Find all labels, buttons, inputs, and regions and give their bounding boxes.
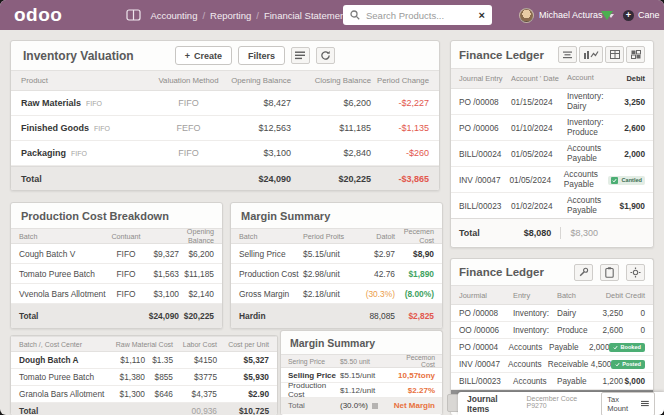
margin-summary-bottom-header: Sering Price $5.50 unit Pecemon Cost	[281, 354, 442, 368]
margin-summary-bottom-title: Margin Summary	[290, 337, 375, 349]
user-name: Michael Acturas	[539, 10, 603, 20]
tax-amount-button[interactable]: Tax Mount	[601, 392, 655, 415]
table-row[interactable]: PO /00004 Accounts Payable 2,000 Booked	[451, 339, 653, 356]
hamburger-icon	[641, 400, 649, 407]
table-row[interactable]: PO /00006 01/10/2024 Inventory:Produce 2…	[451, 115, 653, 141]
table-row[interactable]: OO /00006 Inventory: Produce 2,600 0	[451, 322, 653, 339]
app-window: odoo Accounting / Reporting / Financial …	[0, 0, 664, 415]
production-cost-header: Batch Contuant Opening Balance	[11, 228, 222, 244]
journal-items-bar: Journal Items December Coce P9270 Tax Mo…	[458, 392, 664, 415]
journal-items-label[interactable]: Journal Items	[467, 394, 515, 414]
company-name: Cane	[638, 10, 660, 20]
topbar: odoo Accounting / Reporting / Financial …	[0, 0, 664, 30]
check-icon	[611, 177, 618, 184]
search-placeholder: Search Products...	[366, 10, 444, 21]
grid-view-button[interactable]	[626, 46, 645, 63]
gear-icon	[630, 267, 641, 278]
table-row[interactable]: Production Cost $1.12/unit $2.27%	[281, 383, 442, 398]
table-row[interactable]: PO /00008 Inventory: Dairy 3,250 0	[451, 305, 653, 322]
ledger-table-header: Journal Entry Account ' Date Account Deb…	[451, 68, 653, 89]
tool-icon	[578, 267, 589, 278]
avatar	[519, 8, 534, 23]
journal-items-subtitle: December Coce P9270	[526, 395, 590, 409]
batch-cost-header: Batch /, Cost Center Raw Material Cost L…	[11, 336, 277, 352]
breadcrumb-separator: /	[256, 10, 259, 21]
list-icon	[295, 51, 306, 60]
table-icon	[610, 50, 620, 59]
apps-icon[interactable]	[126, 9, 141, 21]
chart-icon	[583, 50, 599, 59]
filters-button[interactable]: Filters	[238, 46, 285, 65]
margin-summary-header: Batch Period Proits Datolt Pecemen Cost	[231, 228, 442, 244]
table-row[interactable]: BILL/00023 Accounts Payable 1,200 $,000	[451, 373, 653, 390]
inventory-valuation-title: Inventory Valuation	[23, 49, 134, 63]
batch-cost-panel: Batch /, Cost Center Raw Material Cost L…	[10, 335, 278, 415]
margin-summary-title: Margin Summary	[241, 210, 330, 222]
ledger-total-row: Total $8,080 $8,300	[451, 219, 653, 246]
table-view-button[interactable]	[605, 46, 624, 63]
create-button[interactable]: + Create	[175, 46, 232, 65]
search-icon	[350, 6, 360, 24]
breadcrumb-reporting[interactable]: Reporting	[210, 10, 251, 21]
inventory-total-row: Total $24,090 $20,225 -$3,865	[11, 166, 439, 191]
table-row[interactable]: Cough Batch V FIFO $9,327 $6,200	[11, 244, 222, 264]
table-row[interactable]: Finished GoodsFIFO FEFO $12,563 $11,185 …	[11, 116, 439, 141]
view-switch-button[interactable]	[291, 47, 310, 64]
status-badge: Posted	[611, 360, 645, 369]
table-row[interactable]: BILL/00023 01/02/2024 AccountsPayable $1…	[451, 193, 653, 219]
clipboard-icon	[605, 267, 614, 278]
company-icon: +	[623, 10, 634, 21]
breadcrumb-separator: /	[202, 10, 205, 21]
margin-summary-mid-panel: Margin Summary Batch Period Proits Datol…	[230, 202, 443, 329]
chart-view-button[interactable]	[579, 46, 603, 63]
table-row[interactable]: PackagingFIFO FIFO $3,100 $2,840 -$260	[11, 141, 439, 166]
plus-icon: +	[185, 51, 190, 61]
production-cost-total-row: Total $24,090 $20,225	[11, 304, 222, 329]
table-row[interactable]: Production Cost $2.98/unit 42.76 $1,890	[231, 264, 442, 284]
check-icon	[613, 345, 618, 350]
production-cost-title: Production Cost Breakdown	[21, 210, 169, 222]
breadcrumb-accounting[interactable]: Accounting	[150, 10, 197, 21]
company-switcher[interactable]: + Cane	[623, 0, 660, 30]
finance-ledger-top-panel: Finance Ledger Journal Entry Account ' D…	[450, 40, 654, 248]
table-row[interactable]: Dough Batch A $1,110 $1.35 $4150 $5,327	[11, 352, 277, 369]
margin-summary-bottom-total-row: Total (30.0%) Net Margin	[281, 398, 442, 414]
table-row[interactable]: Granola Bars Allotment $1,300 $646 $4,37…	[11, 386, 277, 403]
status-badge: Cantled	[608, 176, 645, 185]
ledger-bottom-header: Jourmial Entry Batch Debit Credit	[451, 285, 653, 305]
green-triangle-indicator[interactable]	[601, 11, 613, 20]
clipboard-button[interactable]	[600, 264, 619, 281]
status-badge: Booked	[609, 343, 645, 352]
finance-ledger-bottom-title: Finance Ledger	[459, 266, 544, 278]
table-row[interactable]: Raw MaterialsFIFO FIFO $8,427 $6,200 -$2…	[11, 91, 439, 116]
refresh-icon	[320, 50, 331, 61]
user-menu[interactable]: Michael Acturas	[519, 0, 614, 30]
table-row[interactable]: INV /00047 Accounts Receivable 4,500 Pos…	[451, 356, 653, 373]
inventory-valuation-panel: Inventory Valuation + Create Filters Pro…	[10, 40, 440, 191]
inventory-table-header: Product Valuation Method Opening Balance…	[11, 70, 439, 91]
refresh-button[interactable]	[316, 47, 335, 64]
table-row[interactable]: Selling Price $5.15/unit $2.97 $8,90	[231, 244, 442, 264]
production-cost-panel: Production Cost Breakdown Batch Contuant…	[10, 202, 223, 329]
breadcrumb-financial-statements[interactable]: Financial Statements	[264, 10, 353, 21]
search-box[interactable]: Search Products... ×	[343, 5, 492, 25]
finance-ledger-title: Finance Ledger	[459, 49, 544, 61]
table-row[interactable]: Tomato Puree Batch $1,380 $855 $3775 $5,…	[11, 369, 277, 386]
check-icon	[615, 362, 620, 367]
grid-icon	[631, 50, 641, 59]
batch-cost-total-row: Total 00,936 $10,725	[11, 403, 277, 415]
search-clear-icon[interactable]: ×	[479, 10, 485, 21]
table-row[interactable]: Tomato Puree Batch FIFO $1,563 $11,185	[11, 264, 222, 284]
table-row[interactable]: Gross Margin $2.18/unit (30.3%) (8.00%)	[231, 284, 442, 304]
table-row[interactable]: BILL/00024 01/05/2024 AccountsPayable 2,…	[451, 141, 653, 167]
tool-button[interactable]	[574, 264, 593, 281]
table-row[interactable]: Vvenola Bars Allotment FIFO $3,100 $2,14…	[11, 284, 222, 304]
gear-button[interactable]	[626, 264, 645, 281]
table-row[interactable]: PO /00008 01/15/2024 Inventory:Dairy 3,2…	[451, 89, 653, 115]
lines-icon	[563, 51, 573, 59]
margin-summary-total-row: Hardin 88,085 $2,825	[231, 304, 442, 329]
align-lines-button[interactable]	[558, 46, 577, 63]
legend-square	[372, 403, 378, 409]
odoo-logo[interactable]: odoo	[14, 4, 62, 26]
table-row[interactable]: INV /00047 01/05/2024 AccountsPayable Ca…	[451, 167, 653, 193]
